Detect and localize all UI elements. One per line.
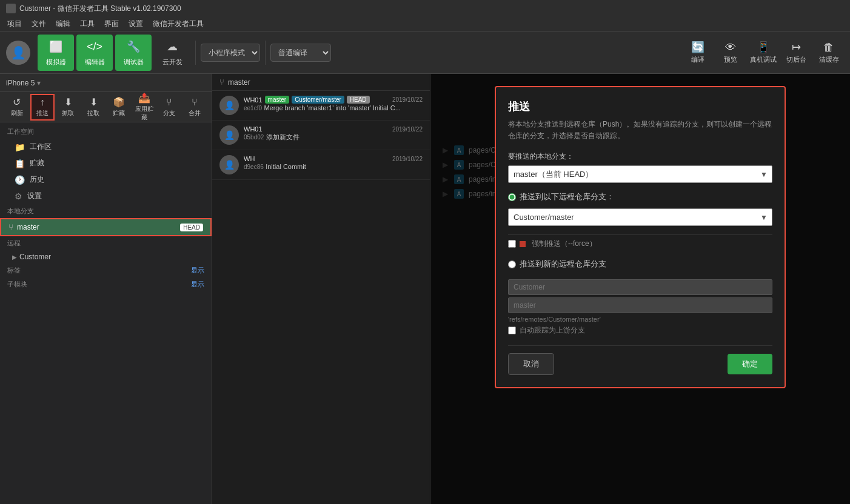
new-branch-radio[interactable]: [508, 260, 516, 268]
compile-button[interactable]: 🔄 编译: [683, 38, 713, 68]
push-icon: ↑: [40, 97, 45, 108]
apply-label: 应用贮藏: [132, 105, 156, 122]
debugger-button[interactable]: 🔧 调试器: [115, 35, 152, 71]
remote-label: 远程: [7, 239, 21, 248]
force-push-checkbox[interactable]: [508, 240, 516, 248]
branch-button[interactable]: ⑂ 分支: [157, 94, 181, 121]
cloud-label: 云开发: [162, 58, 182, 67]
remote-branch-radio-label: 推送到以下远程仓库分支：: [520, 191, 614, 202]
history-label: 历史: [30, 174, 44, 185]
title-bar: Customer - 微信开发者工具 Stable v1.02.1907300: [0, 0, 850, 17]
preview-button[interactable]: 👁 预览: [715, 38, 746, 68]
menu-item-edit[interactable]: 编辑: [51, 19, 75, 29]
master-branch-header: master: [228, 78, 250, 87]
auto-track-checkbox[interactable]: [508, 327, 516, 334]
real-debug-button[interactable]: 📱 真机调试: [748, 38, 778, 68]
compile-select[interactable]: 普通编译: [270, 44, 331, 62]
merge-button[interactable]: ⑂ 合并: [182, 94, 207, 121]
refresh-label: 刷新: [11, 109, 23, 118]
merge-icon: ⑂: [192, 97, 198, 108]
workspace-section-header: 工作空间: [0, 125, 212, 139]
pull-button[interactable]: ⬇ 拉取: [81, 94, 105, 121]
menu-item-view[interactable]: 界面: [99, 19, 124, 29]
menu-item-wechat[interactable]: 微信开发者工具: [148, 19, 209, 29]
force-push-indicator: [520, 241, 526, 247]
workspace-item-label: 工作区: [30, 142, 52, 152]
menu-item-tools[interactable]: 工具: [75, 19, 99, 29]
force-push-row: 强制推送（--force）: [508, 234, 772, 253]
customer-remote-item[interactable]: ▶ Customer: [0, 250, 212, 264]
cancel-button[interactable]: 取消: [508, 353, 554, 375]
stash-button[interactable]: 📦 贮藏: [107, 94, 131, 121]
mode-select[interactable]: 小程序模式: [201, 44, 260, 62]
workspace-item-stash[interactable]: 📋 贮藏: [0, 155, 212, 171]
commit-list-header: ⑂ master: [212, 74, 430, 91]
commit-item-3[interactable]: 👤 WH 2019/10/22 d9ec86 Initial Commit: [212, 150, 430, 180]
preview-icon: 👁: [725, 41, 736, 54]
commit-date-2: 2019/10/22: [392, 126, 423, 133]
new-branch-radio-row: 推送到新的远程仓库分支: [508, 259, 772, 270]
submodule-show-label[interactable]: 显示: [191, 280, 204, 289]
commit-item-1[interactable]: 👤 WH01 master Customer/master HEAD 2019/…: [212, 91, 430, 121]
commit-msg-3: Initial Commit: [266, 163, 306, 170]
workspace-item-history[interactable]: 🕐 历史: [0, 171, 212, 188]
confirm-button[interactable]: 确定: [728, 354, 772, 374]
new-branch-remote-input[interactable]: [508, 279, 772, 295]
tags-show-label[interactable]: 显示: [191, 266, 204, 275]
simulator-button[interactable]: ⬜ 模拟器: [38, 35, 74, 71]
apply-stash-button[interactable]: 📤 应用贮藏: [132, 94, 156, 121]
merge-label: 合并: [189, 109, 201, 118]
modal-title: 推送: [508, 99, 772, 114]
clear-button[interactable]: 🗑 清缓存: [814, 38, 844, 68]
editor-button[interactable]: </> 编辑器: [76, 35, 113, 71]
workspace-item-settings[interactable]: ⚙ 设置: [0, 188, 212, 204]
pull-icon: ⬇: [90, 96, 98, 108]
pull-label: 拉取: [87, 109, 99, 118]
real-debug-icon: 📱: [757, 41, 770, 54]
commit-hash-msg-2: 05bd02 添加新文件: [244, 133, 423, 142]
menu-item-project[interactable]: 项目: [2, 19, 27, 29]
backend-button[interactable]: ↦ 切后台: [781, 38, 811, 68]
commit-avatar-3: 👤: [219, 155, 239, 174]
commit-item-2[interactable]: 👤 WH01 2019/10/22 05bd02 添加新文件: [212, 121, 430, 150]
remote-branch-select[interactable]: Customer/master: [508, 208, 772, 226]
remote-branch-select-wrap: Customer/master ▼: [508, 208, 772, 226]
local-branch-label: 本地分支: [7, 207, 34, 216]
menu-item-settings[interactable]: 设置: [124, 19, 148, 29]
local-branch-select-wrap: master（当前 HEAD） ▼: [508, 165, 772, 183]
tags-label: 标签: [7, 266, 21, 275]
toolbar-right: 🔄 编译 👁 预览 📱 真机调试 ↦ 切后台 🗑 清缓存: [683, 38, 844, 68]
new-branch-name-input[interactable]: [508, 297, 772, 313]
workspace-panel: 工作空间 📁 工作区 📋 贮藏 🕐 历史 ⚙ 设置 本地分支: [0, 122, 212, 504]
editor-label: 编辑器: [85, 58, 105, 67]
new-branch-radio-label: 推送到新的远程仓库分支: [520, 259, 606, 270]
local-branch-label: 要推送的本地分支：: [508, 151, 772, 162]
fetch-label: 抓取: [62, 109, 74, 118]
menu-item-file[interactable]: 文件: [27, 19, 51, 29]
preview-label: 预览: [724, 55, 737, 64]
master-branch-item[interactable]: ⑂ master HEAD: [0, 218, 212, 236]
history-icon: 🕐: [15, 175, 25, 185]
branch-icon-header: ⑂: [219, 78, 224, 87]
head-badge: HEAD: [180, 224, 203, 231]
right-panel: 推送 将本地分支推送到远程仓库（Push）。如果没有追踪的分支，则可以创建一个远…: [430, 74, 850, 504]
apply-icon: 📤: [138, 92, 150, 104]
toolbar-separator-2: [265, 41, 266, 65]
submodule-label: 子模块: [7, 280, 27, 289]
customer-remote-label: Customer: [19, 253, 51, 261]
fetch-button[interactable]: ⬇ 抓取: [56, 94, 80, 121]
commit-info-3: WH 2019/10/22 d9ec86 Initial Commit: [244, 155, 423, 171]
main-area: iPhone 5 ▾ ↺ 刷新 ↑ 推送 ⬇ 抓取 ⬇ 拉取 📦 贮: [0, 74, 850, 504]
workspace-item-workarea[interactable]: 📁 工作区: [0, 139, 212, 155]
branch-label: 分支: [163, 109, 175, 118]
refresh-button[interactable]: ↺ 刷新: [5, 94, 29, 121]
modal-footer: 取消 确定: [508, 345, 772, 375]
cloud-button[interactable]: ☁ 云开发: [154, 35, 190, 71]
push-label: 推送: [36, 109, 49, 118]
local-branch-select[interactable]: master（当前 HEAD）: [508, 165, 772, 183]
commit-header-3: WH 2019/10/22: [244, 155, 423, 162]
avatar[interactable]: 👤: [6, 41, 30, 65]
push-button[interactable]: ↑ 推送: [30, 94, 55, 121]
chevron-down-icon[interactable]: ▾: [37, 79, 41, 87]
remote-branch-radio[interactable]: [508, 193, 516, 201]
